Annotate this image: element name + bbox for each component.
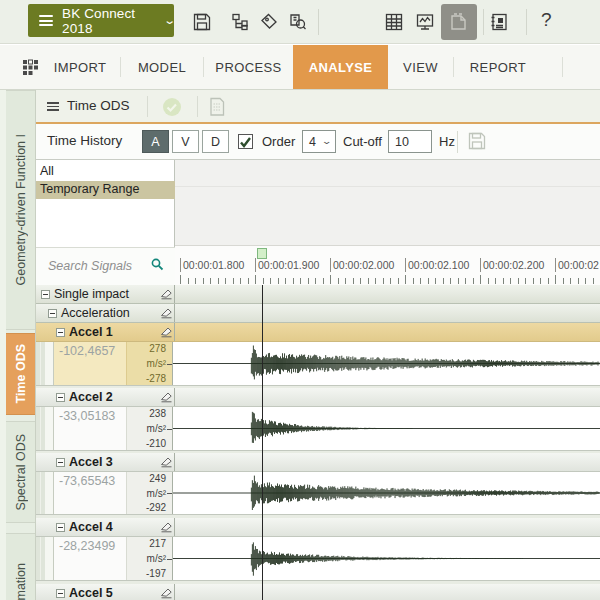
tree-row-single-impact[interactable]: Single impact <box>36 285 600 304</box>
tab-view[interactable]: VIEW <box>388 45 453 89</box>
display-filter-icon[interactable] <box>160 307 173 319</box>
cursor-handle[interactable] <box>257 248 267 259</box>
range-item-temporary-range[interactable]: Temporary Range <box>36 181 175 199</box>
collapse-icon[interactable] <box>48 309 57 318</box>
apply-check-icon-disabled[interactable] <box>161 96 183 118</box>
table-icon[interactable] <box>384 12 404 32</box>
waveform-plot-accel-1[interactable] <box>173 342 600 385</box>
notebook-icon[interactable] <box>489 12 509 32</box>
search-document-icon[interactable] <box>288 12 308 32</box>
ruler-time-label: 00:00:01.800 <box>183 259 244 271</box>
ruler-minor-tick <box>525 278 526 284</box>
range-min: -292 <box>146 502 166 513</box>
panel-menu-icon[interactable] <box>47 102 59 111</box>
order-checkbox[interactable] <box>238 134 253 149</box>
separator <box>197 96 198 117</box>
ruler-minor-tick <box>405 275 406 284</box>
column-divider <box>174 584 175 600</box>
waveform-plot-accel-3[interactable] <box>173 472 600 514</box>
time-history-toolbar: Time History A V D Order 4 ⌄ Cut-off Hz <box>36 124 600 160</box>
column-divider <box>174 518 175 536</box>
side-tab-label: Spectral ODS <box>14 434 28 510</box>
search-row[interactable]: Search Signals <box>36 247 175 285</box>
search-signals-input[interactable]: Search Signals <box>48 259 132 273</box>
ruler-time-label: 00:00:02.000 <box>333 259 394 271</box>
save-icon[interactable] <box>192 12 212 32</box>
signal-header-accel-2[interactable]: Accel 2 <box>36 388 600 407</box>
ruler-minor-tick <box>188 278 189 284</box>
displacement-button[interactable]: D <box>202 130 229 153</box>
range-item-all[interactable]: All <box>36 163 175 181</box>
tree-indent-guide <box>36 472 54 514</box>
waveform-plot-accel-2[interactable] <box>173 407 600 450</box>
app-menu-button[interactable]: BK Connect 2018 ⌄ <box>28 4 174 37</box>
app-grid-icon[interactable] <box>22 59 40 77</box>
report-page-icon-disabled[interactable] <box>207 96 227 118</box>
tab-report[interactable]: REPORT <box>448 45 548 89</box>
tree-indent-guide <box>36 407 54 450</box>
signal-header-accel-5[interactable]: Accel 5 <box>36 584 600 600</box>
signal-header-accel-4[interactable]: Accel 4 <box>36 518 600 537</box>
display-filter-icon[interactable] <box>160 391 173 403</box>
signal-body-accel-3: -73,65543249m/s²-292 <box>36 472 600 515</box>
cutoff-input[interactable] <box>388 130 432 153</box>
cursor-value: -28,23499 <box>54 537 127 580</box>
help-button[interactable]: ? <box>541 9 552 31</box>
ruler-minor-tick <box>540 278 541 284</box>
ruler-minor-tick <box>443 278 444 284</box>
waveform-accel-2 <box>173 407 600 450</box>
tag-icon[interactable] <box>259 12 279 32</box>
display-filter-icon[interactable] <box>160 288 173 300</box>
signal-header-accel-1[interactable]: Accel 1 <box>36 323 600 342</box>
tab-import[interactable]: IMPORT <box>40 45 120 89</box>
tab-process[interactable]: PROCESS <box>204 45 293 89</box>
ruler-minor-tick <box>428 278 429 284</box>
order-select[interactable]: 4 ⌄ <box>302 130 336 153</box>
collapse-icon[interactable] <box>41 290 50 299</box>
acceleration-button[interactable]: A <box>142 130 169 153</box>
hierarchy-icon[interactable] <box>231 12 251 32</box>
display-filter-icon[interactable] <box>160 587 173 599</box>
side-tab-spectral-ods[interactable]: Spectral ODS <box>6 421 35 523</box>
toolbar-separator <box>318 9 319 35</box>
display-filter-icon[interactable] <box>160 456 173 468</box>
search-icon[interactable] <box>150 257 165 272</box>
side-tab-animation[interactable]: Animation <box>6 533 35 600</box>
ruler-minor-tick <box>345 278 346 284</box>
clipboard-button-active[interactable] <box>441 4 477 40</box>
save-icon-disabled[interactable] <box>467 131 487 151</box>
ruler-minor-tick <box>293 278 294 284</box>
waveform-accel-4 <box>173 537 600 580</box>
display-filter-icon[interactable] <box>160 326 173 338</box>
time-ruler[interactable]: 00:00:01.80000:00:01.90000:00:02.00000:0… <box>175 245 600 285</box>
ruler-minor-tick <box>593 278 594 284</box>
collapse-icon[interactable] <box>56 523 65 532</box>
collapse-icon[interactable] <box>56 328 65 337</box>
ruler-minor-tick <box>390 278 391 284</box>
collapse-icon[interactable] <box>56 458 65 467</box>
waveform-plot-accel-4[interactable] <box>173 537 600 580</box>
ribbon-separator <box>203 57 204 77</box>
collapse-icon[interactable] <box>56 589 65 598</box>
tree-label: Accel 4 <box>69 520 113 534</box>
ruler-minor-tick <box>210 278 211 284</box>
monitor-chart-icon[interactable] <box>415 12 435 32</box>
tab-model[interactable]: MODEL <box>120 45 204 89</box>
collapse-icon[interactable] <box>56 393 65 402</box>
velocity-button[interactable]: V <box>172 130 199 153</box>
time-cursor-line[interactable] <box>262 285 263 600</box>
overview-area <box>175 160 600 245</box>
ruler-minor-tick <box>488 278 489 284</box>
side-tab-time-ods[interactable]: Time ODS <box>6 333 35 415</box>
ruler-minor-tick <box>533 278 534 284</box>
ruler-minor-tick <box>578 278 579 284</box>
signal-header-accel-3[interactable]: Accel 3 <box>36 453 600 472</box>
ruler-minor-tick <box>518 278 519 284</box>
chevron-down-icon: ⌄ <box>322 136 333 146</box>
side-tab-geometry-driven-function-i[interactable]: Geometry-driven Function I <box>6 90 35 330</box>
waveform-accel-1 <box>173 342 600 385</box>
ruler-minor-tick <box>240 278 241 284</box>
display-filter-icon[interactable] <box>160 521 173 533</box>
tree-row-acceleration[interactable]: Acceleration <box>36 304 600 323</box>
tab-analyse[interactable]: ANALYSE <box>293 45 388 89</box>
